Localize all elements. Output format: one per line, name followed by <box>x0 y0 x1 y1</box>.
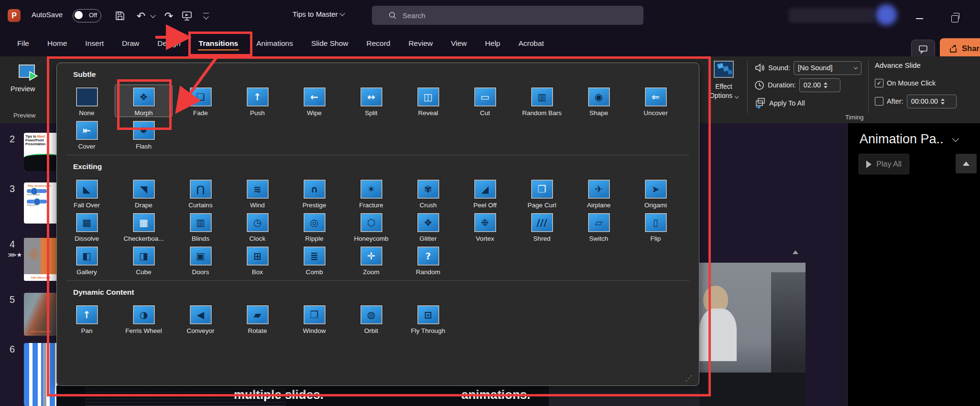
undo-button[interactable]: ↶ <box>134 9 155 23</box>
transition-prestige[interactable]: ∩Prestige <box>286 177 343 209</box>
minimize-button[interactable] <box>912 11 926 26</box>
transition-fall-over[interactable]: ◣Fall Over <box>58 177 115 209</box>
transition-fracture[interactable]: ✶Fracture <box>343 177 400 209</box>
transition-dissolve[interactable]: ▩Dissolve <box>58 211 115 242</box>
transition-checkerboa[interactable]: ▦Checkerboa... <box>115 211 172 242</box>
apply-to-all-button[interactable]: Apply To All <box>754 96 805 111</box>
transition-fly-through[interactable]: ⊡Fly Through <box>400 303 457 334</box>
tab-design[interactable]: Design <box>156 36 181 51</box>
play-all-button[interactable]: Play All <box>859 154 909 174</box>
comments-button[interactable] <box>911 40 935 59</box>
transition-uncover[interactable]: ⇐Uncover <box>627 85 684 117</box>
undo-dropdown-chevron-icon[interactable] <box>150 12 155 18</box>
transition-shape[interactable]: ◉Shape <box>570 85 627 117</box>
transition-rotate[interactable]: ▰Rotate <box>229 303 286 334</box>
tab-help[interactable]: Help <box>484 36 501 51</box>
restore-button[interactable] <box>947 11 962 26</box>
after-checkbox[interactable] <box>875 97 883 106</box>
gallery-resize-handle[interactable]: ⋰ <box>685 374 692 383</box>
tab-review[interactable]: Review <box>407 36 434 51</box>
canvas-scroll-up-button[interactable] <box>790 247 801 257</box>
transition-wind[interactable]: ≋Wind <box>229 177 286 209</box>
slide-thumbnail-6[interactable] <box>24 343 57 406</box>
tab-home[interactable]: Home <box>46 36 68 51</box>
transition-cube[interactable]: ◨Cube <box>115 244 172 276</box>
transition-comb[interactable]: ≣Comb <box>286 244 343 276</box>
redo-button[interactable]: ↷ <box>162 9 176 23</box>
transition-split[interactable]: ↔Split <box>343 85 400 117</box>
transition-morph[interactable]: ❖Morph <box>115 85 172 117</box>
transition-cover[interactable]: ⇤Cover <box>58 118 115 150</box>
share-button[interactable]: Share <box>940 38 980 59</box>
animation-indicator-star-icon[interactable]: ⋙★ <box>8 251 22 258</box>
tab-animations[interactable]: Animations <box>255 36 294 51</box>
slide-thumbnail-5[interactable]: Add videos and <box>24 293 57 336</box>
pane-scroll-up-button[interactable] <box>956 154 977 173</box>
transition-page-curl[interactable]: ❐Page Curl <box>513 177 570 209</box>
tab-record[interactable]: Record <box>365 36 391 51</box>
transition-none[interactable]: None <box>58 85 115 117</box>
document-title-dropdown[interactable]: Tips to Master <box>293 10 344 18</box>
transition-blinds[interactable]: ▥Blinds <box>172 211 229 242</box>
avatar[interactable] <box>876 4 897 25</box>
duration-input[interactable]: 02.00 <box>799 78 840 92</box>
transition-drape[interactable]: ◥Drape <box>115 177 172 209</box>
transition-random-bars[interactable]: ▥Random Bars <box>513 85 570 117</box>
on-mouse-click-checkbox[interactable]: ✓ <box>875 79 883 87</box>
effect-options-button[interactable]: Effect Options <box>707 56 740 100</box>
duration-spinner[interactable] <box>824 82 828 88</box>
transition-random[interactable]: ?Random <box>400 244 457 276</box>
transition-push[interactable]: ↑Push <box>229 85 286 117</box>
transition-box[interactable]: ⊞Box <box>229 244 286 276</box>
transition-vortex[interactable]: ❉Vortex <box>457 211 513 242</box>
transition-flash[interactable]: ✹Flash <box>115 118 172 150</box>
customize-toolbar-button[interactable] <box>199 9 213 23</box>
transition-fade[interactable]: ❏Fade <box>172 85 229 117</box>
animation-pane-header[interactable]: Animation Pa.. <box>860 132 958 147</box>
tab-view[interactable]: View <box>450 36 468 51</box>
slideshow-monitor-icon <box>180 9 194 23</box>
tab-file[interactable]: File <box>16 36 30 51</box>
transition-curtains[interactable]: ⋂Curtains <box>172 177 229 209</box>
tab-acrobat[interactable]: Acrobat <box>517 36 544 51</box>
start-slideshow-button[interactable] <box>180 9 194 23</box>
transition-orbit[interactable]: ◍Orbit <box>343 303 400 334</box>
transition-window[interactable]: ❒Window <box>286 303 343 334</box>
after-time-input[interactable]: 00:00.00 <box>907 95 957 108</box>
transition-zoom[interactable]: ✛Zoom <box>343 244 400 276</box>
save-button[interactable] <box>113 9 127 23</box>
transition-peel-off[interactable]: ◢Peel Off <box>457 177 513 209</box>
autosave-toggle[interactable]: Off <box>73 9 101 22</box>
powerpoint-logo-icon[interactable]: P <box>8 9 21 22</box>
transition-conveyor[interactable]: ◀Conveyor <box>172 303 229 334</box>
transition-pan[interactable]: ↑Pan <box>58 303 115 334</box>
tab-insert[interactable]: Insert <box>84 36 105 51</box>
transition-ferris-wheel[interactable]: ◑Ferris Wheel <box>115 303 172 334</box>
tab-slide-show[interactable]: Slide Show <box>310 36 349 51</box>
transition-flip[interactable]: ▯Flip <box>627 211 684 242</box>
search-input[interactable]: Search <box>372 6 643 25</box>
transition-doors[interactable]: ▣Doors <box>172 244 229 276</box>
transition-switch[interactable]: ▱Switch <box>570 211 627 242</box>
transition-crush[interactable]: ✾Crush <box>400 177 457 209</box>
transition-wipe[interactable]: ←Wipe <box>286 85 343 117</box>
tab-transitions[interactable]: Transitions <box>198 36 240 51</box>
transition-honeycomb[interactable]: ⬡Honeycomb <box>343 211 400 242</box>
transition-gallery[interactable]: ◧Gallery <box>58 244 115 276</box>
account-info-redacted[interactable] <box>789 8 874 23</box>
transition-cut[interactable]: ▭Cut <box>457 85 513 117</box>
transition-reveal[interactable]: ◫Reveal <box>400 85 457 117</box>
slide-thumbnail-3[interactable]: Play around with Insert Shapes Fragment <box>24 182 57 224</box>
transition-shred[interactable]: ∕∕∕Shred <box>513 211 570 242</box>
transition-origami[interactable]: ➤Origami <box>627 177 684 209</box>
transition-ripple[interactable]: ◎Ripple <box>286 211 343 242</box>
transition-airplane[interactable]: ✈Airplane <box>570 177 627 209</box>
preview-button[interactable] <box>17 63 39 84</box>
transition-glitter[interactable]: ❖Glitter <box>400 211 457 242</box>
sound-dropdown[interactable]: [No Sound] <box>794 61 861 75</box>
tab-draw[interactable]: Draw <box>121 36 140 51</box>
slide-thumbnail-4[interactable]: Add videos and <box>24 238 57 281</box>
slide-thumbnail-2[interactable]: Tips to Mast PowerPoint Presentation <box>24 133 57 171</box>
transition-clock[interactable]: ◷Clock <box>229 211 286 242</box>
after-spinner[interactable] <box>941 98 945 105</box>
